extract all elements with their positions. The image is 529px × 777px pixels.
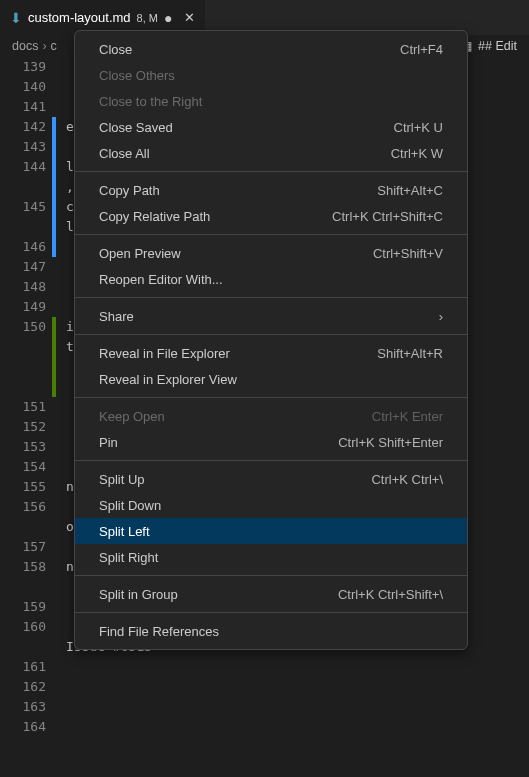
menu-item-label: Open Preview [99, 246, 181, 261]
menu-item-close-others: Close Others [75, 62, 467, 88]
line-number [0, 577, 48, 597]
menu-item-shortcut: Ctrl+K Shift+Enter [338, 435, 443, 450]
menu-item-open-preview[interactable]: Open PreviewCtrl+Shift+V [75, 240, 467, 266]
menu-separator [75, 397, 467, 398]
line-number: 158 [0, 557, 48, 577]
menu-separator [75, 334, 467, 335]
code-line[interactable] [66, 677, 529, 697]
menu-item-close-saved[interactable]: Close SavedCtrl+K U [75, 114, 467, 140]
menu-item-shortcut: Shift+Alt+R [377, 346, 443, 361]
menu-item-find-file-references[interactable]: Find File References [75, 618, 467, 644]
code-line[interactable] [66, 657, 529, 677]
menu-item-share[interactable]: Share› [75, 303, 467, 329]
menu-item-shortcut: Shift+Alt+C [377, 183, 443, 198]
chevron-right-icon: › [42, 39, 46, 53]
menu-item-shortcut: Ctrl+K Ctrl+Shift+C [332, 209, 443, 224]
line-number: 163 [0, 697, 48, 717]
line-number: 159 [0, 597, 48, 617]
menu-item-label: Copy Relative Path [99, 209, 210, 224]
line-number [0, 357, 48, 377]
menu-item-split-up[interactable]: Split UpCtrl+K Ctrl+\ [75, 466, 467, 492]
breadcrumb-segment[interactable]: docs [12, 39, 38, 53]
breadcrumb-symbol[interactable]: ## Edit [478, 39, 517, 53]
line-number: 149 [0, 297, 48, 317]
menu-item-label: Reveal in Explorer View [99, 372, 237, 387]
menu-item-shortcut: Ctrl+K Ctrl+\ [371, 472, 443, 487]
menu-item-reveal-in-explorer-view[interactable]: Reveal in Explorer View [75, 366, 467, 392]
line-number: 142 [0, 117, 48, 137]
menu-item-keep-open: Keep OpenCtrl+K Enter [75, 403, 467, 429]
line-number [0, 217, 48, 237]
menu-item-label: Reopen Editor With... [99, 272, 223, 287]
menu-item-label: Split in Group [99, 587, 178, 602]
line-number: 147 [0, 257, 48, 277]
menu-separator [75, 234, 467, 235]
line-number: 148 [0, 277, 48, 297]
line-number: 143 [0, 137, 48, 157]
menu-item-label: Close Saved [99, 120, 173, 135]
line-number [0, 337, 48, 357]
menu-item-reopen-editor-with[interactable]: Reopen Editor With... [75, 266, 467, 292]
menu-item-close[interactable]: CloseCtrl+F4 [75, 36, 467, 62]
code-line[interactable] [66, 697, 529, 717]
line-number: 140 [0, 77, 48, 97]
menu-item-split-left[interactable]: Split Left [75, 518, 467, 544]
menu-item-shortcut: Ctrl+K Ctrl+Shift+\ [338, 587, 443, 602]
menu-item-reveal-in-file-explorer[interactable]: Reveal in File ExplorerShift+Alt+R [75, 340, 467, 366]
menu-item-label: Share [99, 309, 134, 324]
menu-item-shortcut: Ctrl+K Enter [372, 409, 443, 424]
line-number: 164 [0, 717, 48, 737]
menu-item-label: Close All [99, 146, 150, 161]
menu-separator [75, 575, 467, 576]
menu-item-copy-relative-path[interactable]: Copy Relative PathCtrl+K Ctrl+Shift+C [75, 203, 467, 229]
line-number [0, 377, 48, 397]
menu-item-label: Close Others [99, 68, 175, 83]
chevron-right-icon: › [439, 309, 443, 324]
file-markdown-icon: ⬇ [10, 10, 22, 26]
menu-item-shortcut: Ctrl+K W [391, 146, 443, 161]
line-number: 146 [0, 237, 48, 257]
line-number: 145 [0, 197, 48, 217]
menu-item-close-to-the-right: Close to the Right [75, 88, 467, 114]
tab-mod-badge: 8, M [137, 12, 158, 24]
menu-separator [75, 612, 467, 613]
menu-item-label: Close [99, 42, 132, 57]
tab-context-menu: CloseCtrl+F4Close OthersClose to the Rig… [74, 30, 468, 650]
menu-item-split-in-group[interactable]: Split in GroupCtrl+K Ctrl+Shift+\ [75, 581, 467, 607]
menu-item-copy-path[interactable]: Copy PathShift+Alt+C [75, 177, 467, 203]
line-number: 139 [0, 57, 48, 77]
menu-separator [75, 297, 467, 298]
line-number: 162 [0, 677, 48, 697]
menu-item-label: Pin [99, 435, 118, 450]
menu-item-label: Copy Path [99, 183, 160, 198]
line-number: 155 [0, 477, 48, 497]
line-number [0, 637, 48, 657]
line-number [0, 517, 48, 537]
line-number-gutter: 1391401411421431441451461471481491501511… [0, 57, 52, 777]
menu-item-label: Keep Open [99, 409, 165, 424]
menu-separator [75, 171, 467, 172]
line-number: 152 [0, 417, 48, 437]
menu-item-label: Reveal in File Explorer [99, 346, 230, 361]
line-number: 154 [0, 457, 48, 477]
line-number: 141 [0, 97, 48, 117]
menu-item-label: Split Up [99, 472, 145, 487]
menu-item-pin[interactable]: PinCtrl+K Shift+Enter [75, 429, 467, 455]
code-line[interactable] [66, 717, 529, 737]
line-number [0, 177, 48, 197]
menu-item-split-down[interactable]: Split Down [75, 492, 467, 518]
menu-item-close-all[interactable]: Close AllCtrl+K W [75, 140, 467, 166]
menu-item-label: Split Left [99, 524, 150, 539]
tab-filename: custom-layout.md [28, 10, 131, 25]
line-number: 160 [0, 617, 48, 637]
breadcrumb-segment[interactable]: c [51, 39, 57, 53]
line-number: 144 [0, 157, 48, 177]
menu-item-shortcut: Ctrl+Shift+V [373, 246, 443, 261]
menu-item-label: Split Down [99, 498, 161, 513]
dirty-indicator-icon: ● [164, 10, 172, 26]
menu-item-label: Find File References [99, 624, 219, 639]
line-number: 153 [0, 437, 48, 457]
close-tab-icon[interactable]: ✕ [184, 10, 195, 25]
menu-item-split-right[interactable]: Split Right [75, 544, 467, 570]
menu-item-label: Split Right [99, 550, 158, 565]
